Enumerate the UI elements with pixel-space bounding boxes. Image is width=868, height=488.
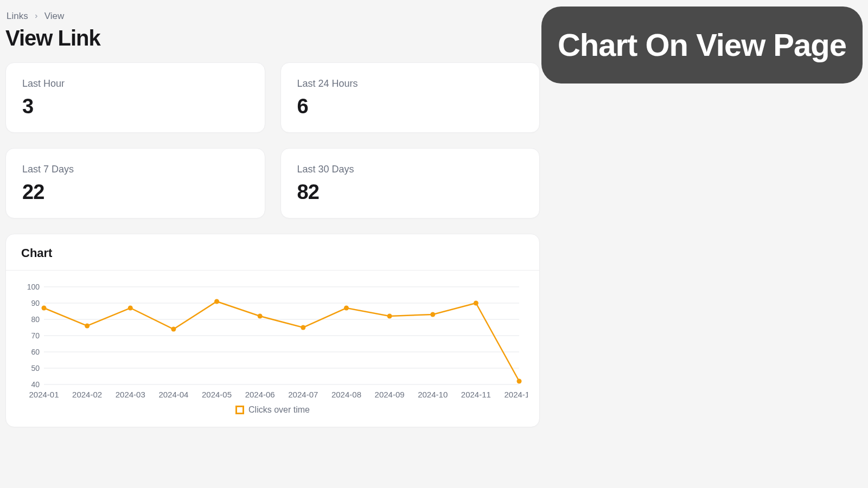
stat-value: 82 — [297, 181, 524, 204]
chart-title: Chart — [21, 246, 524, 260]
svg-point-26 — [42, 306, 47, 311]
svg-point-29 — [171, 327, 176, 332]
svg-point-32 — [301, 325, 305, 330]
chart-body: 4050607080901002024-012024-022024-032024… — [6, 271, 539, 427]
chart-plot: 4050607080901002024-012024-022024-032024… — [18, 281, 528, 401]
svg-text:90: 90 — [31, 299, 40, 307]
breadcrumb-root[interactable]: Links — [7, 11, 28, 22]
legend-swatch-icon — [235, 406, 244, 414]
svg-text:80: 80 — [31, 315, 40, 324]
stat-card-last-7-days: Last 7 Days 22 — [5, 148, 265, 219]
stat-label: Last 7 Days — [22, 164, 248, 175]
svg-point-33 — [344, 306, 349, 311]
svg-point-31 — [258, 314, 263, 319]
svg-text:2024-09: 2024-09 — [375, 390, 405, 399]
stat-card-last-24-hours: Last 24 Hours 6 — [280, 62, 540, 133]
svg-text:2024-03: 2024-03 — [116, 390, 145, 399]
svg-text:2024-04: 2024-04 — [158, 390, 188, 399]
stat-label: Last 24 Hours — [297, 78, 524, 89]
svg-text:100: 100 — [27, 282, 40, 291]
svg-text:2024-01: 2024-01 — [29, 390, 59, 399]
stat-card-last-hour: Last Hour 3 — [5, 62, 265, 133]
chart-legend: Clicks over time — [18, 401, 527, 422]
svg-text:2024-02: 2024-02 — [72, 390, 102, 399]
svg-point-30 — [214, 299, 219, 304]
stat-value: 22 — [22, 181, 248, 204]
legend-label: Clicks over time — [248, 405, 310, 415]
svg-point-36 — [474, 301, 478, 306]
chart-header: Chart — [6, 234, 539, 271]
breadcrumb-current: View — [44, 11, 65, 22]
svg-point-28 — [128, 306, 133, 311]
svg-text:70: 70 — [31, 331, 40, 340]
stat-value: 3 — [22, 95, 248, 118]
svg-point-34 — [387, 314, 392, 319]
svg-text:60: 60 — [31, 348, 40, 356]
stat-value: 6 — [297, 95, 524, 118]
stat-card-last-30-days: Last 30 Days 82 — [280, 148, 540, 219]
overlay-banner: Chart On View Page — [541, 7, 863, 84]
svg-text:2024-06: 2024-06 — [245, 390, 275, 399]
svg-text:50: 50 — [31, 364, 40, 373]
chart-card: Chart 4050607080901002024-012024-022024-… — [5, 234, 540, 427]
svg-text:40: 40 — [31, 380, 40, 389]
svg-point-37 — [517, 379, 522, 384]
svg-text:2024-07: 2024-07 — [288, 390, 318, 399]
svg-point-35 — [430, 312, 435, 317]
stat-label: Last Hour — [22, 78, 248, 89]
svg-text:2024-10: 2024-10 — [418, 390, 448, 399]
stat-label: Last 30 Days — [297, 164, 524, 175]
chevron-right-icon — [34, 14, 39, 19]
svg-text:2024-05: 2024-05 — [202, 390, 232, 399]
svg-point-27 — [85, 324, 90, 329]
svg-text:2024-08: 2024-08 — [331, 390, 361, 399]
stats-grid: Last Hour 3 Last 24 Hours 6 Last 7 Days … — [5, 62, 540, 219]
svg-text:2024-12: 2024-12 — [504, 390, 528, 399]
svg-text:2024-11: 2024-11 — [461, 390, 491, 399]
